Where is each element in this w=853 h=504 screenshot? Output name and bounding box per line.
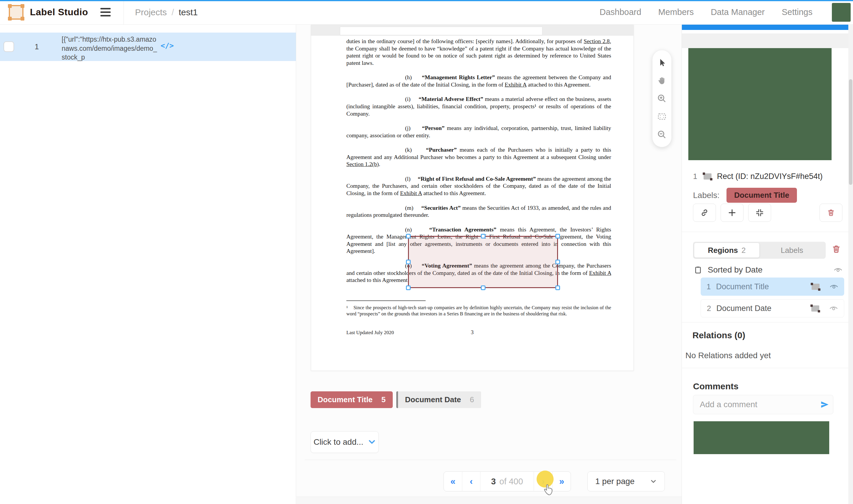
label-choice-document-date[interactable]: Document Date 6 [396, 391, 481, 408]
visibility-eye-icon[interactable] [830, 283, 838, 290]
region-row-label: Document Date [716, 304, 771, 313]
toggle-all-visibility-icon[interactable] [834, 267, 842, 273]
label-choice-document-title[interactable]: Document Title 5 [310, 391, 393, 408]
nav-data-manager[interactable]: Data Manager [711, 7, 765, 17]
region-handle[interactable] [406, 234, 411, 238]
hamburger-menu-icon[interactable] [101, 8, 111, 16]
send-comment-button[interactable] [817, 395, 833, 414]
selected-region-index: 1 [693, 172, 697, 181]
breadcrumb-projects-link[interactable]: Projects [135, 7, 167, 17]
document-paragraphs: duties in the ordinary course] of the fo… [346, 38, 611, 337]
footnote-rule [346, 301, 426, 301]
page-total: of 400 [499, 477, 523, 486]
region-handle[interactable] [555, 259, 560, 264]
first-page-button[interactable]: « [444, 472, 462, 491]
document-paragraph: (j) “Person” means any individual, corpo… [346, 125, 611, 139]
label-choices-bar: Document Title 5 Document Date 6 [310, 391, 481, 408]
document-paragraph: (m) “Securities Act” means the Securitie… [346, 204, 611, 219]
labels-caption: Labels: [693, 191, 719, 200]
delete-region-button[interactable] [819, 203, 842, 222]
breadcrumb: Projects / test1 [135, 7, 198, 17]
tab-labels[interactable]: Labels [759, 243, 824, 257]
sidebar-preview-header [682, 33, 848, 48]
top-accent-line [0, 0, 853, 1]
previous-page-button[interactable]: ‹ [462, 472, 480, 491]
region-row-index: 1 [707, 282, 711, 291]
visibility-eye-icon[interactable] [829, 305, 838, 311]
scrollbar-track[interactable] [848, 25, 853, 504]
zoom-in-tool-icon[interactable] [657, 93, 667, 104]
document-paragraph: (l) “Right of First Refusal and Co-Sale … [346, 176, 611, 197]
region-handle[interactable] [555, 285, 560, 290]
document-paragraph: (k) “Purchaser” means each of the Purcha… [346, 146, 611, 168]
sidebar-divider [682, 232, 848, 232]
region-handle[interactable] [481, 234, 485, 238]
sort-by-label: Sorted by Date [708, 265, 763, 275]
page-top-remnant-box [340, 27, 543, 35]
nav-members[interactable]: Members [658, 7, 694, 17]
document-paragraph: (i) “Material Adverse Effect” means a ma… [346, 96, 611, 118]
bottom-strip [297, 497, 681, 504]
region-handle[interactable] [406, 285, 411, 290]
region-row-document-date[interactable]: 2 Document Date [701, 299, 844, 318]
chevron-down-icon [650, 478, 657, 485]
label-hotkey: 5 [381, 395, 386, 404]
collapse-region-button[interactable] [748, 203, 771, 222]
tab-regions[interactable]: Regions 2 [694, 243, 759, 257]
task-checkbox[interactable] [3, 41, 14, 52]
collapse-icon [755, 208, 764, 217]
region-label-badge[interactable]: Document Title [727, 188, 797, 203]
code-icon[interactable]: </> [161, 41, 174, 50]
comment-box [693, 395, 833, 414]
task-data-url: [{"url":"https://htx-pub.s3.amazonaws.co… [61, 35, 159, 62]
label-choice-text: Document Title [318, 395, 373, 404]
document-footer: Last Updated July 20203 [346, 329, 611, 337]
relations-title: Relations (0) [692, 330, 745, 340]
annotation-region-rect[interactable] [408, 236, 558, 288]
region-handle[interactable] [555, 234, 560, 238]
select-cursor-tool-icon[interactable] [657, 57, 667, 68]
rect-region-icon [704, 174, 712, 180]
current-page: 3 [491, 477, 496, 486]
create-relation-button[interactable] [693, 203, 716, 222]
annotation-workspace: duties in the ordinary course] of the fo… [297, 25, 681, 504]
scrollbar-thumb[interactable] [849, 79, 852, 185]
app-title: Label Studio [30, 7, 88, 18]
label-choice-text: Document Date [405, 395, 461, 404]
click-to-add-dropdown[interactable]: Click to add... [310, 431, 379, 453]
region-handle[interactable] [481, 285, 485, 290]
fit-to-screen-tool-icon[interactable] [657, 111, 667, 122]
label-studio-logo-icon[interactable] [9, 5, 23, 20]
breadcrumb-current-project: test1 [179, 7, 198, 17]
task-row-selected[interactable]: 1 [{"url":"https://htx-pub.s3.amazonaws.… [0, 33, 296, 61]
comments-title: Comments [693, 381, 739, 391]
delete-all-regions-button[interactable] [831, 244, 841, 254]
region-row-document-title[interactable]: 1 Document Title [701, 277, 844, 296]
regions-labels-tabs: Regions 2 Labels [693, 242, 826, 259]
task-index: 1 [35, 42, 39, 51]
comment-input[interactable] [693, 400, 817, 409]
region-handle[interactable] [406, 259, 411, 264]
clipboard-icon [694, 266, 703, 274]
sidebar-divider [682, 368, 848, 368]
document-footer-left: Last Updated July 2020 [346, 330, 394, 335]
region-sort-row[interactable]: Sorted by Date [694, 264, 842, 276]
pan-hand-tool-icon[interactable] [657, 75, 667, 86]
trash-icon [831, 244, 841, 254]
click-to-add-label: Click to add... [314, 437, 363, 447]
breadcrumb-separator: / [172, 7, 174, 17]
add-region-button[interactable] [721, 203, 744, 222]
document-canvas[interactable]: duties in the ordinary course] of the fo… [311, 25, 634, 371]
canvas-toolbar [652, 50, 672, 147]
per-page-select[interactable]: 1 per page [587, 471, 665, 491]
relations-empty-text: No Relations added yet [686, 351, 771, 360]
selected-region-id: Rect (ID: nZu2DVIYsF#he54t) [717, 172, 822, 181]
selected-region-header: 1 Rect (ID: nZu2DVIYsF#he54t) [682, 170, 848, 182]
zoom-out-tool-icon[interactable] [657, 129, 667, 140]
region-labels-row: Labels: Document Title [693, 188, 797, 203]
nav-dashboard[interactable]: Dashboard [600, 7, 641, 17]
rect-region-icon [812, 284, 819, 290]
user-avatar[interactable] [832, 3, 851, 22]
document-page-number: 3 [471, 329, 474, 336]
nav-settings[interactable]: Settings [782, 7, 813, 17]
